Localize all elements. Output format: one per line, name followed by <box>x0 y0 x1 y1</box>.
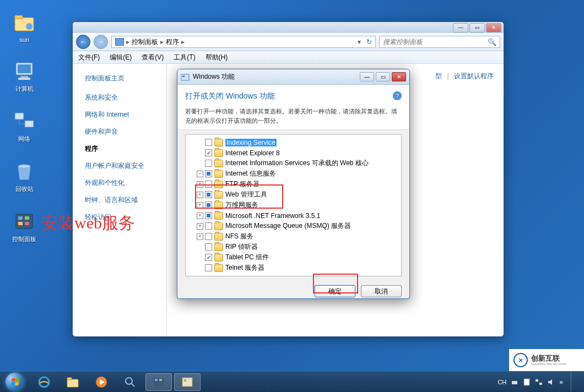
tree-item-label[interactable]: Internet Explorer 8 <box>225 149 280 157</box>
menu-tools[interactable]: 工具(T) <box>174 53 195 62</box>
tree-item-label[interactable]: Microsoft Message Queue (MSMQ) 服务器 <box>225 221 351 231</box>
checkbox[interactable] <box>205 139 212 146</box>
expand-icon[interactable]: + <box>197 223 203 230</box>
maximize-button[interactable]: ▭ <box>469 23 485 32</box>
tree-item-label[interactable]: Telnet 服务器 <box>225 263 264 273</box>
sidebar-item[interactable]: 系统和安全 <box>85 93 164 102</box>
close-button[interactable]: ✕ <box>486 23 501 32</box>
search-input[interactable] <box>383 38 488 46</box>
checkbox[interactable] <box>205 202 212 209</box>
checkbox[interactable] <box>205 149 212 156</box>
checkbox[interactable] <box>205 160 212 167</box>
ok-button[interactable]: 确定 <box>315 285 355 297</box>
lang-indicator[interactable]: CH <box>498 379 506 385</box>
tree-item[interactable]: Tablet PC 组件 <box>187 252 400 263</box>
help-icon[interactable]: ? <box>393 91 402 100</box>
tree-item[interactable]: +FTP 服务器 <box>187 179 400 189</box>
tree-item[interactable]: +Web 管理工具 <box>187 189 400 200</box>
menu-help[interactable]: 帮助(H) <box>206 53 228 62</box>
tree-item-label[interactable]: Microsoft .NET Framework 3.5.1 <box>225 212 321 220</box>
checkbox[interactable] <box>205 191 212 198</box>
start-button[interactable] <box>3 373 26 391</box>
desktop-icon-computer[interactable]: 计算机 <box>8 59 41 93</box>
breadcrumb-dropdown-icon[interactable]: ▾ <box>358 38 361 46</box>
tree-item[interactable]: +NFS 服务 <box>187 231 400 242</box>
tree-item-label[interactable]: Web 管理工具 <box>225 190 267 199</box>
sidebar-title[interactable]: 控制面板主页 <box>85 74 164 83</box>
taskbar-media-player[interactable] <box>88 373 115 391</box>
sidebar-item[interactable]: 用户帐户和家庭安全 <box>85 161 164 171</box>
cancel-button[interactable]: 取消 <box>361 285 402 297</box>
show-desktop-button[interactable] <box>571 373 577 391</box>
sidebar-item[interactable]: 程序 <box>85 144 164 154</box>
breadcrumb-sub[interactable]: 程序 <box>166 37 179 47</box>
checkbox[interactable] <box>205 170 212 177</box>
collapse-icon[interactable]: − <box>197 171 203 177</box>
tree-item-label[interactable]: Tablet PC 组件 <box>225 253 269 262</box>
expand-icon[interactable]: + <box>197 202 203 209</box>
checkbox[interactable] <box>205 181 212 188</box>
refresh-icon[interactable]: ↻ <box>366 38 372 46</box>
expand-icon[interactable]: + <box>197 233 203 240</box>
taskbar-explorer[interactable] <box>60 373 86 391</box>
desktop-icon-recycle[interactable]: 回收站 <box>8 160 41 193</box>
tray-printer-icon[interactable] <box>511 378 518 386</box>
taskbar-windows-features[interactable] <box>174 373 201 391</box>
sidebar-item[interactable]: 时钟、语言和区域 <box>85 195 164 205</box>
tree-item[interactable]: Indexing Service <box>187 137 400 148</box>
feature-tree[interactable]: Indexing Service Internet Explorer 8 Int… <box>185 134 402 276</box>
checkbox[interactable] <box>205 243 212 251</box>
menu-file[interactable]: 文件(F) <box>78 53 100 62</box>
tray-chevron-icon[interactable]: » <box>559 378 563 386</box>
checkbox[interactable] <box>205 222 212 230</box>
window-titlebar[interactable]: — ▭ ✕ <box>73 22 504 33</box>
tree-item[interactable]: +Microsoft .NET Framework 3.5.1 <box>187 210 400 221</box>
menu-edit[interactable]: 编辑(E) <box>110 53 132 62</box>
tree-item-label[interactable]: Internet Information Services 可承载的 Web 核… <box>225 159 369 168</box>
search-icon[interactable]: 🔍 <box>488 38 496 46</box>
link-b[interactable]: 设置默认程序 <box>454 72 494 80</box>
taskbar-magnifier[interactable] <box>117 373 143 391</box>
link-a[interactable]: 型 <box>435 72 442 80</box>
tree-item-label[interactable]: Indexing Service <box>225 139 277 146</box>
back-button[interactable]: ← <box>76 35 90 49</box>
tray-volume-icon[interactable] <box>547 378 555 386</box>
sidebar-item[interactable]: 网络和 Internet <box>85 110 164 119</box>
expand-icon[interactable]: + <box>197 192 203 198</box>
desktop-icon-network[interactable]: 网络 <box>8 110 41 143</box>
tray-network-icon[interactable] <box>535 378 543 386</box>
checkbox[interactable] <box>205 254 212 261</box>
tree-item-label[interactable]: NFS 服务 <box>225 232 253 241</box>
desktop-icon-control-panel[interactable]: 控制面板 <box>8 210 41 243</box>
sidebar-item[interactable]: 硬件和声音 <box>85 127 164 137</box>
checkbox[interactable] <box>205 233 212 240</box>
expand-icon[interactable]: + <box>197 181 203 188</box>
desktop-icon-sun[interactable]: sun <box>8 11 41 43</box>
checkbox[interactable] <box>205 264 212 271</box>
tree-item[interactable]: Telnet 服务器 <box>187 263 400 273</box>
tree-item[interactable]: Internet Explorer 8 <box>187 148 400 158</box>
menu-view[interactable]: 查看(V) <box>142 53 164 62</box>
tray-action-icon[interactable] <box>523 378 531 386</box>
tree-item-label[interactable]: RIP 侦听器 <box>225 242 258 252</box>
tree-item-label[interactable]: Internet 信息服务 <box>225 169 276 178</box>
checkbox[interactable] <box>205 212 212 219</box>
sidebar-item[interactable]: 外观和个性化 <box>85 178 164 188</box>
dialog-titlebar[interactable]: Windows 功能 — ▭ ✕ <box>177 69 409 85</box>
tree-item[interactable]: Internet Information Services 可承载的 Web 核… <box>187 158 400 168</box>
tree-item[interactable]: −Internet 信息服务 <box>187 168 400 179</box>
dialog-minimize-button[interactable]: — <box>360 72 374 81</box>
dialog-close-button[interactable]: ✕ <box>392 72 406 81</box>
tree-item[interactable]: RIP 侦听器 <box>187 242 400 252</box>
tree-item-label[interactable]: 万维网服务 <box>225 200 258 210</box>
taskbar-control-panel[interactable] <box>145 373 172 391</box>
tree-item-label[interactable]: FTP 服务器 <box>225 179 259 189</box>
breadcrumb-root[interactable]: 控制面板 <box>132 37 158 47</box>
tree-item[interactable]: +万维网服务 <box>187 200 400 210</box>
tree-item[interactable]: +Microsoft Message Queue (MSMQ) 服务器 <box>187 221 400 231</box>
taskbar-ie[interactable] <box>31 373 57 391</box>
dialog-maximize-button[interactable]: ▭ <box>376 72 390 81</box>
breadcrumb[interactable]: ▸ 控制面板 ▸ 程序 ▸ ▾ ↻ <box>111 36 376 48</box>
forward-button[interactable]: → <box>94 35 108 49</box>
search-box[interactable]: 🔍 <box>379 36 500 48</box>
